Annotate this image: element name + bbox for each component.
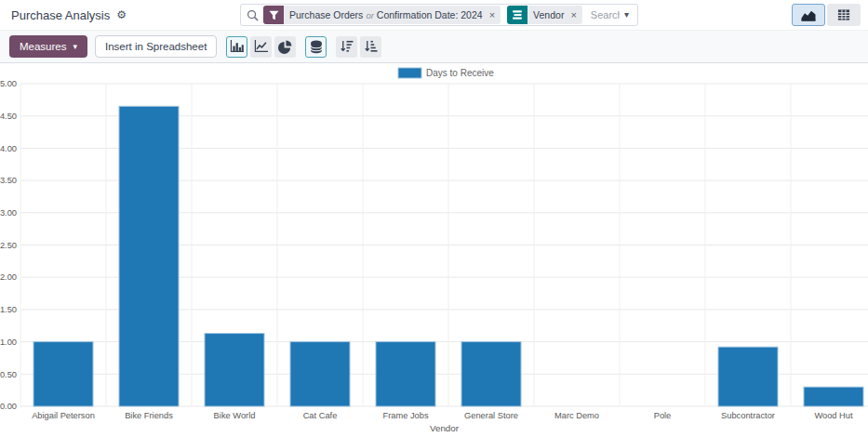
sort-group [336, 36, 381, 58]
breadcrumb: Purchase Analysis ⚙ [11, 8, 127, 22]
chart-bar[interactable] [461, 342, 521, 406]
y-tick-label: 1.50 [0, 305, 17, 314]
line-chart-button[interactable] [250, 36, 272, 58]
y-tick-label: 5.00 [0, 79, 17, 88]
x-tick-label: Pole [654, 411, 672, 420]
groupby-facet: Vendor × [507, 6, 582, 24]
pivot-view-button[interactable] [827, 4, 861, 26]
page-title: Purchase Analysis [11, 8, 110, 22]
x-tick-label: Abigail Peterson [32, 411, 95, 420]
chart-bar[interactable] [376, 342, 435, 406]
measures-button[interactable]: Measures ▾ [9, 35, 87, 58]
chart-bar[interactable] [804, 387, 863, 406]
chart-bar[interactable] [718, 347, 778, 406]
filter-icon [263, 6, 284, 24]
view-switcher [792, 4, 861, 26]
y-tick-label: 0.50 [0, 370, 17, 379]
area-chart-icon [800, 9, 817, 21]
y-tick-label: 0.00 [0, 402, 17, 411]
x-tick-label: Marc Demo [554, 411, 599, 420]
insert-in-spreadsheet-button[interactable]: Insert in Spreadsheet [95, 35, 217, 58]
chart-bar[interactable] [33, 342, 93, 406]
legend-swatch[interactable] [398, 68, 421, 78]
layers-icon [507, 6, 527, 24]
y-tick-label: 3.00 [0, 208, 17, 218]
y-tick-label: 4.00 [0, 144, 17, 153]
x-tick-label: Wood Hut [814, 411, 853, 420]
x-axis-title: Vendor [430, 423, 460, 433]
chart-type-group [226, 36, 296, 58]
filter-facet-label: Purchase Orders or Confirmation Date: 20… [284, 6, 487, 24]
line-chart-icon [254, 40, 268, 53]
x-tick-label: Cat Cafe [303, 411, 338, 420]
control-panel: Measures ▾ Insert in Spreadsheet [0, 31, 868, 63]
y-tick-label: 4.50 [0, 112, 17, 121]
stacked-toggle-button[interactable] [305, 36, 327, 58]
search-dropdown-caret-icon[interactable]: ▾ [621, 10, 632, 20]
bar-chart-button[interactable] [226, 36, 247, 58]
x-tick-label: Frame Jobs [382, 411, 428, 420]
legend-label[interactable]: Days to Receive [426, 68, 494, 78]
caret-down-icon: ▾ [73, 43, 78, 51]
purchase-analysis-app: Purchase Analysis ⚙ Purchase Orders or C… [0, 0, 868, 437]
groupby-facet-close-icon[interactable]: × [568, 6, 581, 24]
search-input[interactable] [589, 8, 621, 21]
stacked-icon [310, 40, 323, 54]
x-tick-label: Bike Friends [125, 411, 173, 420]
graph-view-button[interactable] [792, 4, 825, 26]
pivot-table-icon [837, 8, 850, 21]
search-bar[interactable]: Purchase Orders or Confirmation Date: 20… [240, 4, 638, 26]
filter-facet-close-icon[interactable]: × [487, 6, 501, 24]
bar-chart-icon [230, 40, 244, 53]
search-icon [247, 9, 259, 21]
chart-bar[interactable] [290, 342, 350, 406]
gear-icon[interactable]: ⚙ [116, 9, 127, 20]
x-tick-label: Subcontractor [721, 411, 775, 420]
groupby-facet-label: Vendor [527, 6, 568, 24]
y-tick-label: 1.00 [0, 338, 17, 347]
y-tick-label: 3.50 [0, 176, 17, 185]
sort-descending-button[interactable] [336, 36, 357, 58]
purchase-analysis-chart: Days to Receive0.000.501.001.502.002.503… [0, 63, 868, 437]
x-tick-label: General Store [464, 411, 518, 420]
sort-descending-icon [340, 40, 354, 53]
top-bar: Purchase Analysis ⚙ Purchase Orders or C… [0, 0, 868, 31]
y-tick-label: 2.50 [0, 241, 17, 250]
chart-bar[interactable] [205, 334, 264, 406]
y-tick-label: 2.00 [0, 272, 17, 282]
sort-ascending-button[interactable] [360, 36, 381, 58]
pie-chart-button[interactable] [274, 36, 296, 58]
pie-chart-icon [278, 40, 292, 54]
chart-area: Days to Receive0.000.501.001.502.002.503… [0, 63, 868, 437]
x-tick-label: Bike World [214, 411, 256, 420]
stacked-group [305, 36, 327, 58]
sort-ascending-icon [364, 40, 378, 53]
filter-facet: Purchase Orders or Confirmation Date: 20… [263, 6, 501, 24]
chart-bar[interactable] [119, 106, 179, 406]
